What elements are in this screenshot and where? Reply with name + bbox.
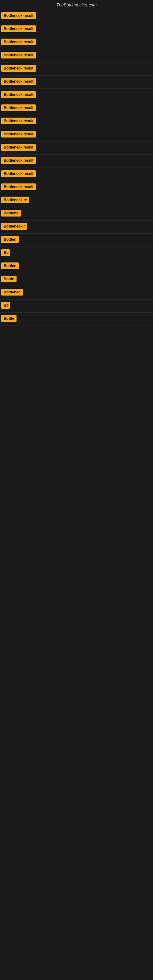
result-row: Bottleneck result [0,168,153,181]
bottleneck-result-badge[interactable]: Bottleneck result [1,183,36,190]
result-row: Bottleneck result [0,23,153,36]
result-row: Bottleneck result [0,128,153,142]
bottleneck-result-badge[interactable]: Bottle [1,275,16,282]
result-row: Bottleneck result [0,89,153,102]
bottleneck-result-badge[interactable]: Bottleneck result [1,118,36,124]
bottleneck-result-badge[interactable]: Bottleneck result [1,78,36,85]
result-row: Bottleneck re [0,194,153,207]
result-row: Bottleneck result [0,115,153,128]
bottleneck-result-badge[interactable]: Bottleneck result [1,65,36,72]
result-row: Bottleneck result [0,102,153,115]
result-row: Bottlen [0,260,153,273]
bottleneck-result-badge[interactable]: Bottleneck result [1,38,36,45]
bottleneck-result-badge[interactable]: Bo [1,249,10,256]
bottleneck-result-badge[interactable]: Bottlen [1,262,19,269]
result-row: Bottleneck result [0,142,153,155]
result-row: Bottleneck result [0,10,153,23]
bottleneck-result-badge[interactable]: Bo [1,302,10,309]
bottleneck-result-badge[interactable]: Bottleneck result [1,170,36,177]
result-row: Bottleneck result [0,62,153,76]
result-row: Bottle [0,273,153,286]
result-row: Bottleneck result [0,155,153,168]
bottleneck-result-badge[interactable]: Bottleneck result [1,52,36,59]
result-row: Bottleneck r [0,221,153,234]
bottleneck-result-badge[interactable]: Bottleneck result [1,12,36,19]
bottleneck-result-badge[interactable]: Bottleneck result [1,91,36,98]
bottleneck-result-badge[interactable]: Bottleneck result [1,131,36,137]
result-row: Bottlen [0,234,153,247]
bottleneck-result-badge[interactable]: Bottleneck result [1,157,36,164]
bottleneck-result-badge[interactable]: Bottlene [1,210,21,216]
bottleneck-result-badge[interactable]: Bottleneck result [1,25,36,32]
site-title: TheBottlenecker.com [0,0,153,10]
result-row: Bottleneck result [0,49,153,62]
bottleneck-result-badge[interactable]: Bottle [1,315,16,322]
result-row: Bottleneck result [0,36,153,49]
result-row: Bo [0,247,153,260]
bottleneck-result-badge[interactable]: Bottleneck result [1,105,36,111]
bottleneck-result-badge[interactable]: Bottlen [1,236,19,243]
bottleneck-result-badge[interactable]: Bottleneck r [1,223,27,230]
result-row: Bo [0,299,153,313]
bottleneck-result-badge[interactable]: Bottlenec [1,289,23,296]
result-row: Bottlene [0,207,153,221]
result-row: Bottleneck result [0,76,153,89]
result-row: Bottleneck result [0,181,153,194]
result-row: Bottle [0,313,153,326]
bottleneck-result-badge[interactable]: Bottleneck result [1,144,36,151]
result-row: Bottlenec [0,286,153,299]
bottleneck-result-badge[interactable]: Bottleneck re [1,197,29,204]
